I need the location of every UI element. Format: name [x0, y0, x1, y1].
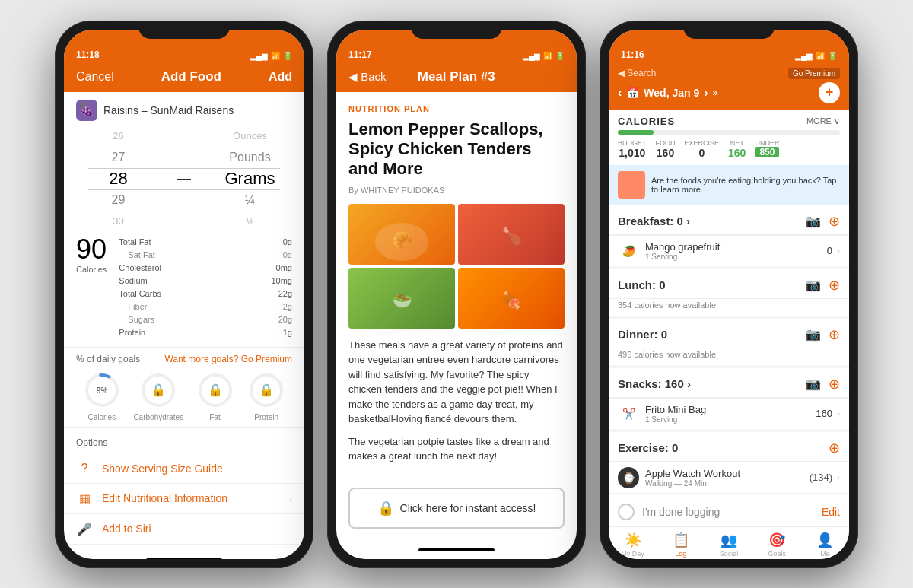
people-icon: 👥	[721, 532, 737, 548]
circle-carbs: 🔒 Carbohydrates	[133, 370, 183, 421]
circle-protein-label: Protein	[254, 413, 278, 421]
log-scroll[interactable]: Breakfast: 0 › 📷 ⊕ 🥭 Mango grapefruit 1 …	[609, 205, 849, 497]
go-premium-button[interactable]: Go Premium	[788, 68, 840, 79]
picker-28-selected: 28	[109, 168, 127, 189]
picker-unit-col[interactable]: Ounces Pounds Grams ¼ ⅛	[196, 129, 304, 228]
access-button[interactable]: 🔒 Click here for instant access!	[348, 488, 565, 529]
quantity-picker[interactable]: 26 27 28 29 30 — Ounces Pounds Grams ¼ ⅛	[64, 129, 304, 228]
snacks-camera-icon[interactable]: 📷	[806, 377, 821, 391]
chevron-left-icon[interactable]: ‹	[618, 86, 622, 100]
cancel-button[interactable]: Cancel	[76, 70, 114, 84]
add-button[interactable]: Add	[269, 70, 292, 84]
date-row: ‹ 📅 Wed, Jan 9 › » +	[618, 82, 840, 103]
nutr-fiber: Fiber 2g	[119, 300, 292, 313]
apple-watch-cal: (134)	[810, 472, 832, 483]
signal-icon-3: ▂▄▆	[795, 52, 813, 60]
nutr-protein: Protein 1g	[119, 326, 292, 339]
exercise-header: Exercise: 0 ⊕	[609, 432, 849, 462]
add-food-plus-button[interactable]: +	[819, 82, 840, 103]
home-bar-1	[64, 551, 304, 559]
tab-social-label: Social	[720, 550, 739, 558]
apple-watch-name: Apple Watch Workout	[645, 468, 810, 479]
nutrition-section: 90 Calories Total Fat 0g Sat Fat 0g Chol…	[64, 228, 304, 347]
search-back-button[interactable]: ◀ Search	[618, 68, 656, 78]
calories-ring-svg: 9%	[82, 370, 122, 410]
food-value: 160	[656, 147, 676, 159]
budget-stat: BUDGET 1,010	[618, 139, 647, 159]
picker-quarter: ¼	[245, 189, 255, 211]
tab-social[interactable]: 👥 Social	[705, 532, 752, 558]
dinner-header: Dinner: 0 📷 ⊕	[609, 319, 849, 348]
goals-title: % of daily goals	[76, 354, 140, 364]
apple-watch-info: Apple Watch Workout Walking — 24 Min	[645, 468, 810, 488]
tab-goals[interactable]: 🎯 Goals	[753, 532, 801, 558]
tab-me[interactable]: 👤 Me	[801, 532, 849, 558]
circle-carbs-label: Carbohydrates	[133, 413, 183, 421]
breakfast-add-button[interactable]: ⊕	[829, 213, 840, 230]
tab-goals-label: Goals	[768, 550, 786, 558]
more-button[interactable]: MORE ∨	[806, 116, 840, 126]
breakfast-camera-icon[interactable]: 📷	[806, 214, 821, 228]
calorie-progress-fill	[618, 130, 654, 135]
clipboard-icon: 📋	[673, 532, 689, 548]
snacks-actions: 📷 ⊕	[806, 376, 840, 393]
mango-serving: 1 Serving	[645, 253, 827, 261]
nutr-total-fat: Total Fat 0g	[119, 236, 292, 249]
mango-calories: 0	[827, 245, 832, 256]
lunch-camera-icon[interactable]: 📷	[806, 278, 821, 292]
dinner-add-button[interactable]: ⊕	[829, 326, 840, 343]
snacks-title: Snacks: 160 ›	[618, 377, 691, 390]
tab-log[interactable]: 📋 Log	[657, 532, 705, 558]
phones-container: 11:18 ▂▄▆ 📶 🔋 Cancel Add Food Add 🍇 Rais…	[55, 21, 858, 568]
protein-ring-svg: 🔒	[247, 370, 286, 410]
wifi-icon-2: 📶	[543, 52, 552, 60]
circle-calories: 9% Calories	[82, 370, 122, 421]
tab-bar: ☀️ My Day 📋 Log 👥 Social 🎯 Goals 👤	[609, 526, 849, 559]
option-serving-size[interactable]: ? Show Serving Size Guide	[64, 454, 304, 484]
promo-banner[interactable]: Are the foods you're eating holding you …	[609, 165, 849, 205]
home-bar-2	[336, 541, 577, 559]
goals-premium-link[interactable]: Want more goals? Go Premium	[164, 354, 292, 364]
target-icon: 🎯	[768, 532, 785, 548]
phone-1: 11:18 ▂▄▆ 📶 🔋 Cancel Add Food Add 🍇 Rais…	[55, 21, 313, 568]
back-button[interactable]: ◀ Back	[348, 70, 387, 84]
battery-icon-2: 🔋	[555, 52, 565, 60]
svg-text:🍗: 🍗	[501, 226, 523, 246]
lunch-available: 354 calories now available	[609, 299, 849, 316]
exercise-stat: EXERCISE 0	[685, 139, 720, 159]
exercise-actions: ⊕	[829, 440, 840, 456]
frito-item[interactable]: ✂️ Frito Mini Bag 1 Serving 160 ›	[609, 398, 849, 429]
promo-text: Are the foods you're eating holding you …	[651, 176, 840, 194]
snacks-section: Snacks: 160 › 📷 ⊕ ✂️ Frito Mini Bag 1 Se…	[609, 368, 849, 429]
exercise-title: Exercise: 0	[618, 441, 678, 454]
article-content[interactable]: NUTRITION PLAN Lemon Pepper Scallops, Sp…	[336, 92, 577, 482]
picker-number-col[interactable]: 26 27 28 29 30	[64, 129, 173, 228]
date-display: ‹ 📅 Wed, Jan 9 › »	[618, 86, 717, 100]
nutr-sugars: Sugars 20g	[119, 313, 292, 326]
option-edit-nutrition[interactable]: ▦ Edit Nutritional Information ›	[64, 484, 304, 514]
exercise-add-button[interactable]: ⊕	[829, 440, 840, 456]
option-serving-label: Show Serving Size Guide	[102, 462, 292, 475]
option-siri[interactable]: 🎤 Add to Siri	[64, 514, 304, 545]
barcode-icon: ▦	[76, 491, 93, 506]
edit-button[interactable]: Edit	[822, 506, 840, 518]
add-food-title: Add Food	[161, 69, 221, 84]
nutr-sat-fat: Sat Fat 0g	[119, 249, 292, 262]
chevron-right-icon[interactable]: ›	[704, 86, 708, 100]
status-time-3: 11:16	[621, 49, 644, 60]
mango-grapefruit-item[interactable]: 🥭 Mango grapefruit 1 Serving 0 ›	[609, 235, 849, 266]
circle-fat-label: Fat	[209, 413, 220, 421]
apple-watch-item[interactable]: ⌚ Apple Watch Workout Walking — 24 Min (…	[609, 462, 849, 493]
food-image-3: 🥗	[348, 268, 455, 329]
snacks-add-button[interactable]: ⊕	[829, 376, 840, 393]
done-checkbox[interactable]	[618, 504, 635, 520]
food-image-1: 🥐	[348, 204, 455, 265]
option-edit-label: Edit Nutritional Information	[102, 492, 280, 504]
lunch-add-button[interactable]: ⊕	[829, 277, 840, 294]
breakfast-actions: 📷 ⊕	[806, 213, 840, 230]
tab-my-day[interactable]: ☀️ My Day	[609, 532, 657, 558]
apple-watch-icon: ⌚	[618, 467, 639, 488]
sun-icon: ☀️	[625, 532, 641, 548]
picker-pounds: Pounds	[229, 147, 270, 168]
dinner-camera-icon[interactable]: 📷	[806, 327, 821, 342]
